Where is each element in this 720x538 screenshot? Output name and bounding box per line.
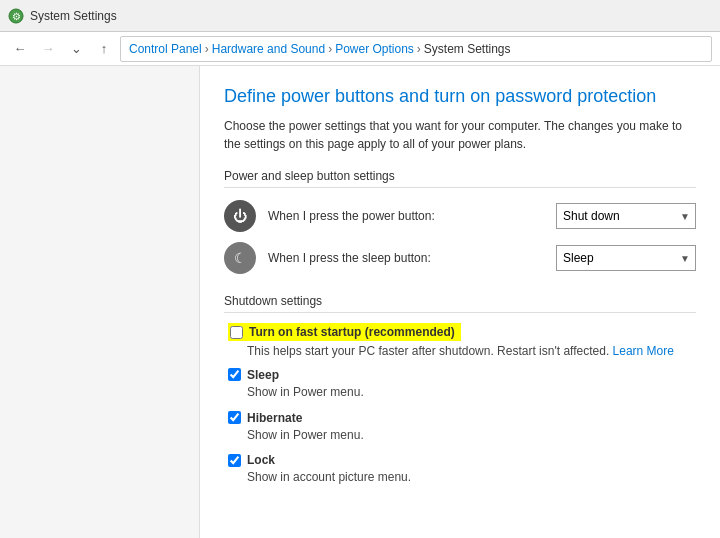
svg-text:⚙: ⚙ (12, 11, 21, 22)
sleep-sub: Show in Power menu. (228, 384, 696, 401)
breadcrumb-sep-3: › (417, 42, 421, 56)
power-button-dropdown-wrapper: Do nothing Sleep Hibernate Shut down Tur… (556, 203, 696, 229)
fast-startup-row: Turn on fast startup (recommended) (228, 323, 696, 341)
lock-checkbox[interactable] (228, 454, 241, 467)
breadcrumb-hardware-sound[interactable]: Hardware and Sound (212, 42, 325, 56)
sleep-button-label: When I press the sleep button: (268, 251, 544, 265)
breadcrumb-sep-1: › (205, 42, 209, 56)
sleep-button-dropdown[interactable]: Do nothing Sleep Hibernate Shut down (556, 245, 696, 271)
forward-button[interactable]: → (36, 37, 60, 61)
address-bar: ← → ⌄ ↑ Control Panel › Hardware and Sou… (0, 32, 720, 66)
power-sleep-section: Power and sleep button settings ⏻ When I… (224, 169, 696, 274)
sidebar (0, 66, 200, 538)
hibernate-checkbox-row: Hibernate (228, 411, 696, 425)
sleep-checkbox-label: Sleep (247, 368, 279, 382)
app-icon: ⚙ (8, 8, 24, 24)
title-bar-text: System Settings (30, 9, 117, 23)
up-button[interactable]: ↑ (92, 37, 116, 61)
power-sleep-label: Power and sleep button settings (224, 169, 696, 188)
sleep-checkbox-row: Sleep (228, 368, 696, 382)
breadcrumb-control-panel[interactable]: Control Panel (129, 42, 202, 56)
power-symbol: ⏻ (233, 208, 247, 224)
hibernate-item: Hibernate Show in Power menu. (224, 411, 696, 444)
shutdown-section-label: Shutdown settings (224, 294, 696, 313)
page-title: Define power buttons and turn on passwor… (224, 86, 696, 107)
sleep-button-dropdown-wrapper: Do nothing Sleep Hibernate Shut down ▼ (556, 245, 696, 271)
sleep-icon: ☾ (224, 242, 256, 274)
hibernate-checkbox[interactable] (228, 411, 241, 424)
power-button-row: ⏻ When I press the power button: Do noth… (224, 200, 696, 232)
breadcrumb-current: System Settings (424, 42, 511, 56)
lock-sub: Show in account picture menu. (228, 469, 696, 486)
fast-startup-label: Turn on fast startup (recommended) (249, 325, 455, 339)
main-layout: Define power buttons and turn on passwor… (0, 66, 720, 538)
power-button-dropdown[interactable]: Do nothing Sleep Hibernate Shut down Tur… (556, 203, 696, 229)
power-button-label: When I press the power button: (268, 209, 544, 223)
shutdown-section: Shutdown settings Turn on fast startup (… (224, 294, 696, 486)
fast-startup-sub: This helps start your PC faster after sh… (228, 343, 696, 360)
breadcrumb-power-options[interactable]: Power Options (335, 42, 414, 56)
fast-startup-checkbox[interactable] (230, 326, 243, 339)
sleep-checkbox[interactable] (228, 368, 241, 381)
sleep-item: Sleep Show in Power menu. (224, 368, 696, 401)
recent-button[interactable]: ⌄ (64, 37, 88, 61)
content-area: Define power buttons and turn on passwor… (200, 66, 720, 538)
hibernate-checkbox-label: Hibernate (247, 411, 302, 425)
breadcrumb: Control Panel › Hardware and Sound › Pow… (120, 36, 712, 62)
breadcrumb-sep-2: › (328, 42, 332, 56)
sleep-symbol: ☾ (234, 250, 247, 266)
lock-checkbox-label: Lock (247, 453, 275, 467)
hibernate-sub: Show in Power menu. (228, 427, 696, 444)
learn-more-link[interactable]: Learn More (613, 344, 674, 358)
sleep-button-row: ☾ When I press the sleep button: Do noth… (224, 242, 696, 274)
back-button[interactable]: ← (8, 37, 32, 61)
lock-checkbox-row: Lock (228, 453, 696, 467)
power-icon: ⏻ (224, 200, 256, 232)
lock-item: Lock Show in account picture menu. (224, 453, 696, 486)
fast-startup-item: Turn on fast startup (recommended) This … (224, 323, 696, 360)
title-bar: ⚙ System Settings (0, 0, 720, 32)
page-description: Choose the power settings that you want … (224, 117, 696, 153)
